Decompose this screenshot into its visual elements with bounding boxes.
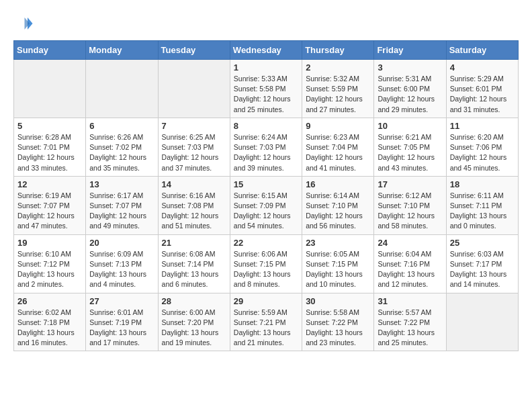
calendar-cell: 23Sunrise: 6:05 AM Sunset: 7:15 PM Dayli… xyxy=(302,234,374,293)
calendar-cell xyxy=(158,60,230,118)
day-number: 1 xyxy=(234,62,298,73)
day-number: 31 xyxy=(378,296,442,306)
calendar-cell: 19Sunrise: 6:10 AM Sunset: 7:12 PM Dayli… xyxy=(14,234,86,293)
day-number: 9 xyxy=(306,121,370,131)
day-number: 18 xyxy=(450,179,515,189)
day-number: 28 xyxy=(162,296,226,306)
calendar-cell: 14Sunrise: 6:16 AM Sunset: 7:08 PM Dayli… xyxy=(158,176,230,234)
calendar-cell: 10Sunrise: 6:21 AM Sunset: 7:05 PM Dayli… xyxy=(374,118,446,176)
day-info: Sunrise: 6:00 AM Sunset: 7:20 PM Dayligh… xyxy=(162,308,226,349)
day-number: 29 xyxy=(234,296,298,306)
day-number: 7 xyxy=(162,121,226,131)
logo-icon xyxy=(13,13,34,34)
day-info: Sunrise: 6:17 AM Sunset: 7:07 PM Dayligh… xyxy=(89,191,154,232)
day-info: Sunrise: 5:33 AM Sunset: 5:58 PM Dayligh… xyxy=(234,74,298,115)
day-info: Sunrise: 6:09 AM Sunset: 7:13 PM Dayligh… xyxy=(89,249,154,290)
day-number: 25 xyxy=(450,238,515,248)
calendar-cell: 11Sunrise: 6:20 AM Sunset: 7:06 PM Dayli… xyxy=(446,118,518,176)
calendar-cell: 20Sunrise: 6:09 AM Sunset: 7:13 PM Dayli… xyxy=(86,234,158,293)
day-number: 8 xyxy=(234,121,298,131)
day-info: Sunrise: 6:11 AM Sunset: 7:11 PM Dayligh… xyxy=(450,191,515,232)
day-number: 3 xyxy=(378,62,442,73)
day-number: 13 xyxy=(89,179,154,189)
calendar-cell: 3Sunrise: 5:31 AM Sunset: 6:00 PM Daylig… xyxy=(374,60,446,118)
day-info: Sunrise: 6:03 AM Sunset: 7:17 PM Dayligh… xyxy=(450,249,515,290)
day-info: Sunrise: 6:06 AM Sunset: 7:15 PM Dayligh… xyxy=(234,249,298,290)
logo xyxy=(13,13,36,34)
calendar-cell: 16Sunrise: 6:14 AM Sunset: 7:10 PM Dayli… xyxy=(302,176,374,234)
calendar-week-row: 19Sunrise: 6:10 AM Sunset: 7:12 PM Dayli… xyxy=(14,234,519,293)
calendar-cell: 7Sunrise: 6:25 AM Sunset: 7:03 PM Daylig… xyxy=(158,118,230,176)
day-number: 21 xyxy=(162,238,226,248)
day-info: Sunrise: 6:08 AM Sunset: 7:14 PM Dayligh… xyxy=(162,249,226,290)
day-number: 4 xyxy=(450,62,515,73)
day-number: 5 xyxy=(17,121,82,131)
calendar-cell xyxy=(86,60,158,118)
calendar-week-row: 5Sunrise: 6:28 AM Sunset: 7:01 PM Daylig… xyxy=(14,118,519,176)
calendar-cell: 27Sunrise: 6:01 AM Sunset: 7:19 PM Dayli… xyxy=(86,293,158,351)
day-number: 30 xyxy=(306,296,370,306)
calendar-cell: 1Sunrise: 5:33 AM Sunset: 5:58 PM Daylig… xyxy=(230,60,302,118)
calendar-week-row: 1Sunrise: 5:33 AM Sunset: 5:58 PM Daylig… xyxy=(14,60,519,118)
weekday-header-thursday: Thursday xyxy=(302,41,374,60)
day-info: Sunrise: 5:59 AM Sunset: 7:21 PM Dayligh… xyxy=(234,308,298,349)
day-info: Sunrise: 6:20 AM Sunset: 7:06 PM Dayligh… xyxy=(450,132,515,173)
day-info: Sunrise: 6:15 AM Sunset: 7:09 PM Dayligh… xyxy=(234,191,298,232)
calendar-cell: 8Sunrise: 6:24 AM Sunset: 7:03 PM Daylig… xyxy=(230,118,302,176)
calendar-cell: 31Sunrise: 5:57 AM Sunset: 7:22 PM Dayli… xyxy=(374,293,446,351)
day-number: 24 xyxy=(378,238,442,248)
day-info: Sunrise: 6:04 AM Sunset: 7:16 PM Dayligh… xyxy=(378,249,442,290)
day-info: Sunrise: 5:57 AM Sunset: 7:22 PM Dayligh… xyxy=(378,308,442,349)
calendar-cell: 13Sunrise: 6:17 AM Sunset: 7:07 PM Dayli… xyxy=(86,176,158,234)
calendar-cell: 25Sunrise: 6:03 AM Sunset: 7:17 PM Dayli… xyxy=(446,234,518,293)
calendar-cell: 21Sunrise: 6:08 AM Sunset: 7:14 PM Dayli… xyxy=(158,234,230,293)
weekday-header-tuesday: Tuesday xyxy=(158,41,230,60)
day-info: Sunrise: 6:16 AM Sunset: 7:08 PM Dayligh… xyxy=(162,191,226,232)
day-number: 17 xyxy=(378,179,442,189)
weekday-header-wednesday: Wednesday xyxy=(230,41,302,60)
calendar-cell: 29Sunrise: 5:59 AM Sunset: 7:21 PM Dayli… xyxy=(230,293,302,351)
weekday-header-saturday: Saturday xyxy=(446,41,518,60)
calendar-header-row: SundayMondayTuesdayWednesdayThursdayFrid… xyxy=(14,41,519,60)
calendar-cell: 2Sunrise: 5:32 AM Sunset: 5:59 PM Daylig… xyxy=(302,60,374,118)
day-info: Sunrise: 6:25 AM Sunset: 7:03 PM Dayligh… xyxy=(162,132,226,173)
calendar-cell xyxy=(446,293,518,351)
day-number: 10 xyxy=(378,121,442,131)
calendar-cell: 28Sunrise: 6:00 AM Sunset: 7:20 PM Dayli… xyxy=(158,293,230,351)
day-info: Sunrise: 6:01 AM Sunset: 7:19 PM Dayligh… xyxy=(89,308,154,349)
day-number: 26 xyxy=(17,296,82,306)
calendar-cell: 18Sunrise: 6:11 AM Sunset: 7:11 PM Dayli… xyxy=(446,176,518,234)
day-info: Sunrise: 6:19 AM Sunset: 7:07 PM Dayligh… xyxy=(17,191,82,232)
day-info: Sunrise: 5:32 AM Sunset: 5:59 PM Dayligh… xyxy=(306,74,370,115)
day-number: 20 xyxy=(89,238,154,248)
day-number: 2 xyxy=(306,62,370,73)
day-number: 16 xyxy=(306,179,370,189)
day-info: Sunrise: 6:26 AM Sunset: 7:02 PM Dayligh… xyxy=(89,132,154,173)
day-info: Sunrise: 6:24 AM Sunset: 7:03 PM Dayligh… xyxy=(234,132,298,173)
weekday-header-sunday: Sunday xyxy=(14,41,86,60)
calendar-cell: 5Sunrise: 6:28 AM Sunset: 7:01 PM Daylig… xyxy=(14,118,86,176)
calendar-cell: 12Sunrise: 6:19 AM Sunset: 7:07 PM Dayli… xyxy=(14,176,86,234)
day-info: Sunrise: 6:28 AM Sunset: 7:01 PM Dayligh… xyxy=(17,132,82,173)
calendar-cell: 22Sunrise: 6:06 AM Sunset: 7:15 PM Dayli… xyxy=(230,234,302,293)
day-number: 6 xyxy=(89,121,154,131)
day-info: Sunrise: 6:02 AM Sunset: 7:18 PM Dayligh… xyxy=(17,308,82,349)
calendar-cell: 17Sunrise: 6:12 AM Sunset: 7:10 PM Dayli… xyxy=(374,176,446,234)
calendar-week-row: 26Sunrise: 6:02 AM Sunset: 7:18 PM Dayli… xyxy=(14,293,519,351)
calendar-cell: 24Sunrise: 6:04 AM Sunset: 7:16 PM Dayli… xyxy=(374,234,446,293)
day-number: 27 xyxy=(89,296,154,306)
calendar-cell: 30Sunrise: 5:58 AM Sunset: 7:22 PM Dayli… xyxy=(302,293,374,351)
day-info: Sunrise: 6:14 AM Sunset: 7:10 PM Dayligh… xyxy=(306,191,370,232)
calendar-cell: 26Sunrise: 6:02 AM Sunset: 7:18 PM Dayli… xyxy=(14,293,86,351)
day-number: 19 xyxy=(17,238,82,248)
day-info: Sunrise: 5:58 AM Sunset: 7:22 PM Dayligh… xyxy=(306,308,370,349)
calendar-cell: 9Sunrise: 6:23 AM Sunset: 7:04 PM Daylig… xyxy=(302,118,374,176)
calendar-cell: 4Sunrise: 5:29 AM Sunset: 6:01 PM Daylig… xyxy=(446,60,518,118)
day-info: Sunrise: 6:21 AM Sunset: 7:05 PM Dayligh… xyxy=(378,132,442,173)
page-header xyxy=(13,13,519,34)
calendar-week-row: 12Sunrise: 6:19 AM Sunset: 7:07 PM Dayli… xyxy=(14,176,519,234)
day-info: Sunrise: 6:12 AM Sunset: 7:10 PM Dayligh… xyxy=(378,191,442,232)
day-number: 12 xyxy=(17,179,82,189)
calendar-table: SundayMondayTuesdayWednesdayThursdayFrid… xyxy=(13,40,519,351)
day-info: Sunrise: 5:31 AM Sunset: 6:00 PM Dayligh… xyxy=(378,74,442,115)
